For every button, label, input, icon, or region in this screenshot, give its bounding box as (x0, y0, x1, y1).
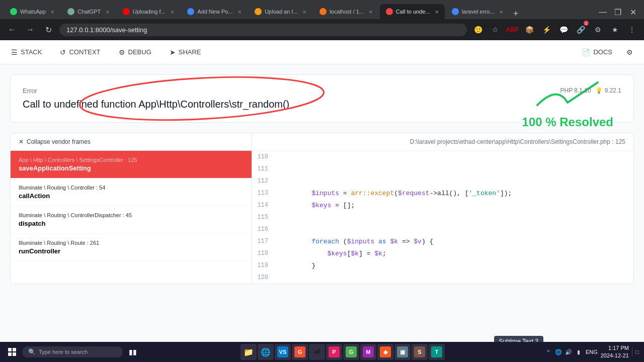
tab-laravel-close[interactable]: × (499, 8, 503, 16)
bookmark-button[interactable]: ☆ (488, 23, 502, 37)
toolbar-stack[interactable]: ☰ STACK (8, 46, 45, 58)
ext1-button[interactable]: 📦 (522, 23, 536, 37)
start-button[interactable] (4, 344, 20, 360)
tab-chatgpt[interactable]: ChatGPT × (61, 4, 115, 19)
code-line-117: 117 foreach ($inputs as $k => $v) { (252, 235, 633, 247)
forward-button[interactable]: → (23, 23, 37, 37)
task-view-button[interactable]: ▮▮ (125, 344, 141, 360)
settings-button[interactable]: ⚙ (591, 23, 605, 37)
tab-uploading[interactable]: Uploading f... × (117, 4, 180, 19)
share-label: SHARE (179, 48, 201, 56)
docs-icon: 📄 (582, 48, 590, 56)
systray-battery[interactable]: ▮ (575, 348, 583, 356)
code-line-113: 113 $inputs = arr::except($request->all(… (252, 187, 633, 199)
call-favicon (386, 8, 393, 15)
code-line-111: 111 (252, 163, 633, 175)
close-browser-button[interactable]: ✕ (626, 5, 640, 19)
code-line-118: 118 $keys[$k] = $k; (252, 247, 633, 259)
tab-add-new-close[interactable]: × (238, 8, 242, 16)
smiley-button[interactable]: 🙂 (471, 23, 485, 37)
systray-network[interactable]: 🌐 (554, 348, 562, 356)
tab-localhost[interactable]: localhost / 1... × (313, 4, 378, 19)
tab-upload-close[interactable]: × (303, 8, 307, 16)
taskbar-app10[interactable]: ▣ (394, 344, 411, 360)
frame-method-0: saveApplicationSetting (19, 164, 244, 172)
taskbar-app7[interactable]: G (343, 344, 359, 360)
taskbar-search-box[interactable]: 🔍 (22, 346, 123, 357)
taskbar-app12[interactable]: T (429, 344, 445, 360)
taskbar-chrome[interactable]: 🌐 (258, 344, 274, 360)
minimize-button[interactable]: — (596, 5, 610, 19)
frames-panel: ✕ Collapse vendor frames App \ Http \ Co… (11, 133, 252, 284)
frame-path-1: Illuminate \ Routing \ Controller : 54 (19, 185, 244, 191)
tab-add-new-label: Add New Po... (197, 9, 232, 15)
version-badge: 💡 9.22.1 (595, 87, 621, 94)
address-input[interactable] (59, 24, 467, 36)
taskbar-vscode[interactable]: VS (275, 344, 291, 360)
favorites-button[interactable]: ★ (608, 23, 622, 37)
frame-method-1: callAction (19, 192, 244, 200)
tab-uploading-close[interactable]: × (171, 8, 175, 16)
code-panel: D:\laravel projects\ethad-center\app\Htt… (252, 133, 633, 284)
address-bar-row: ← → ↻ 🙂 ☆ ABP 📦 ⚡ 💬 🔗1 ⚙ ★ ⋮ (0, 19, 644, 40)
taskbar-terminal[interactable]: ⏎ (309, 344, 325, 360)
collapse-vendor-button[interactable]: ✕ Collapse vendor frames (11, 133, 252, 151)
toolbar-settings[interactable]: ⚙ (623, 46, 636, 58)
tab-chatgpt-label: ChatGPT (77, 9, 101, 15)
toolbar-share[interactable]: ➤ SHARE (167, 46, 204, 58)
php-version: PHP 8.1.10 (560, 87, 591, 94)
ignition-icon: 💡 (595, 87, 603, 94)
toolbar-debug[interactable]: ⚙ DEBUG (116, 46, 154, 58)
ext2-button[interactable]: ⚡ (539, 23, 553, 37)
tab-localhost-close[interactable]: × (369, 8, 373, 16)
refresh-button[interactable]: ↻ (41, 23, 55, 37)
tab-laravel-error[interactable]: laravel erro... × (446, 4, 509, 19)
frame-item-2[interactable]: Illuminate \ Routing \ ControllerDispatc… (11, 206, 252, 234)
taskbar-search-input[interactable] (39, 349, 117, 355)
ext4-button[interactable]: 🔗1 (574, 23, 588, 37)
taskbar-clock: 1:17 PM 2024-12-21 (601, 344, 629, 360)
ext3-button[interactable]: 💬 (556, 23, 571, 37)
adblock-button[interactable]: ABP (505, 23, 519, 37)
tab-add-new[interactable]: Add New Po... × (181, 4, 248, 19)
browser-actions: 🙂 ☆ ABP 📦 ⚡ 💬 🔗1 ⚙ ★ ⋮ (471, 23, 639, 37)
taskbar-app9[interactable]: ◆ (377, 344, 393, 360)
tab-call-close[interactable]: × (435, 8, 439, 16)
tab-upload[interactable]: Upload an I... × (249, 4, 312, 19)
taskbar-app11[interactable]: S (412, 344, 428, 360)
error-meta: PHP 8.1.10 💡 9.22.1 (560, 87, 621, 94)
app-toolbar: ☰ STACK ↺ CONTEXT ⚙ DEBUG ➤ SHARE 📄 DOCS… (0, 40, 644, 64)
taskbar-file-explorer[interactable]: 📁 (240, 344, 257, 360)
new-tab-button[interactable]: + (510, 9, 522, 19)
restore-button[interactable]: ❐ (611, 5, 625, 19)
taskbar-git[interactable]: G (292, 344, 308, 360)
tab-whatsapp[interactable]: WhatsApp × (4, 4, 60, 19)
toolbar-docs[interactable]: 📄 DOCS (579, 46, 615, 58)
frame-item-3[interactable]: Illuminate \ Routing \ Route : 261 runCo… (11, 234, 252, 261)
taskbar: 🔍 ▮▮ 📁 🌐 VS G ⏎ P G M ◆ (0, 342, 644, 362)
context-label: CONTEXT (69, 48, 100, 56)
tab-call-to-unde[interactable]: Call to unde... × (380, 4, 445, 19)
taskbar-app6[interactable]: P (326, 344, 342, 360)
tab-upload-label: Upload an I... (265, 9, 297, 15)
clock-date: 2024-12-21 (601, 352, 629, 359)
frame-item-1[interactable]: Illuminate \ Routing \ Controller : 54 c… (11, 178, 252, 206)
show-desktop-button[interactable]: □ (632, 348, 640, 356)
code-file-path: D:\laravel projects\ethad-center\app\Htt… (252, 133, 633, 151)
tab-bar: WhatsApp × ChatGPT × Uploading f... × Ad… (0, 0, 644, 19)
tab-chatgpt-close[interactable]: × (106, 8, 110, 16)
tab-call-label: Call to unde... (396, 9, 430, 15)
systray-up-arrow[interactable]: ^ (544, 348, 552, 356)
taskbar-center: 📁 🌐 VS G ⏎ P G M ◆ ▣ S (240, 344, 445, 360)
taskbar-app8[interactable]: M (360, 344, 376, 360)
more-button[interactable]: ⋮ (625, 23, 639, 37)
toolbar-context[interactable]: ↺ CONTEXT (57, 46, 103, 58)
systray-volume[interactable]: 🔊 (565, 348, 573, 356)
tab-uploading-label: Uploading f... (133, 9, 166, 15)
back-button[interactable]: ← (5, 23, 19, 37)
frame-item-0[interactable]: App \ Http \ Controllers \ SettingsContr… (11, 151, 252, 178)
tab-whatsapp-close[interactable]: × (51, 8, 55, 16)
tab-localhost-label: localhost / 1... (330, 9, 364, 15)
frame-path-2: Illuminate \ Routing \ ControllerDispatc… (19, 212, 244, 218)
code-line-114: 114 $keys = []; (252, 199, 633, 211)
